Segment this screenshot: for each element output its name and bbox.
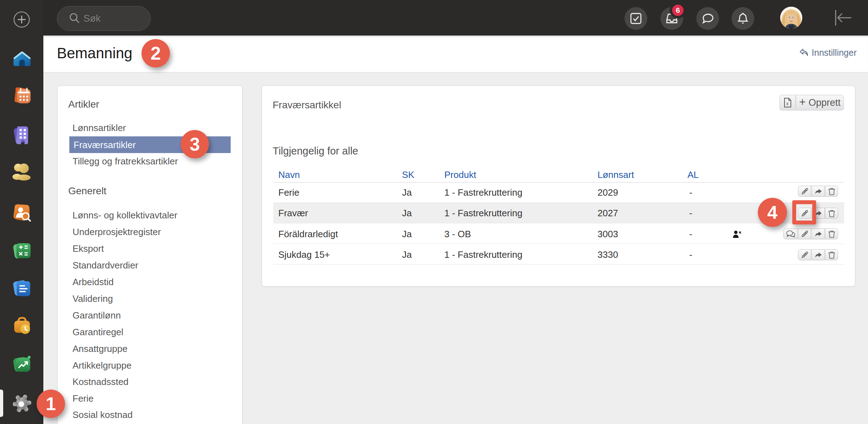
svg-text:x: x	[786, 101, 789, 106]
